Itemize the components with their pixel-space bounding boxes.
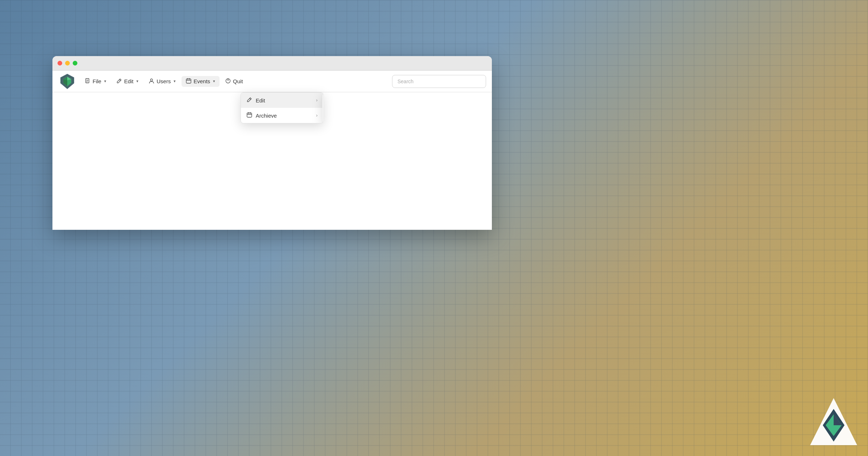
submenu-item-delete[interactable]: Delete	[323, 108, 324, 123]
dropdown-item-edit-left: Edit	[247, 97, 265, 104]
events-menu-label: Events	[193, 78, 210, 84]
events-chevron-icon: ▾	[213, 79, 215, 84]
users-chevron-icon: ▾	[174, 79, 176, 84]
dropdown-archieve-label: Archieve	[256, 113, 277, 119]
svg-line-11	[119, 80, 120, 81]
dropdown-edit-arrow: ›	[316, 98, 318, 103]
dropdown-edit-icon	[247, 97, 252, 104]
menubar: File ▾ Edit ▾ Users ▾	[52, 71, 492, 92]
dropdown-item-archieve[interactable]: Archieve ›	[241, 108, 323, 123]
svg-rect-26	[247, 113, 252, 117]
search-wrapper	[392, 75, 486, 88]
edit-icon	[116, 78, 122, 85]
edit-chevron-icon: ▾	[136, 79, 139, 84]
menu-item-quit[interactable]: Quit	[221, 76, 247, 87]
file-icon	[85, 78, 90, 85]
edit-menu-label: Edit	[124, 78, 133, 84]
events-icon	[186, 78, 191, 85]
file-menu-label: File	[93, 78, 101, 84]
dropdown-archieve-arrow: ›	[316, 113, 318, 118]
menu-item-edit[interactable]: Edit ▾	[112, 76, 143, 87]
maximize-button[interactable]	[73, 61, 77, 66]
menu-item-file[interactable]: File ▾	[81, 76, 111, 87]
file-chevron-icon: ▾	[104, 79, 106, 84]
menu-item-events[interactable]: Events ▾	[182, 76, 220, 87]
dropdown-archieve-icon	[247, 112, 252, 119]
minimize-button[interactable]	[65, 61, 70, 66]
users-menu-label: Users	[157, 78, 171, 84]
users-icon	[149, 78, 154, 85]
app-window: File ▾ Edit ▾ Users ▾	[52, 56, 492, 230]
submenu-item-save[interactable]: Save	[323, 93, 324, 108]
quit-icon	[225, 78, 231, 85]
close-button[interactable]	[58, 61, 62, 66]
events-dropdown: Edit ›	[241, 92, 324, 123]
quit-label: Quit	[233, 78, 243, 84]
search-input[interactable]	[392, 75, 486, 88]
vue-logo-container	[810, 398, 857, 445]
svg-point-12	[150, 79, 153, 81]
titlebar	[52, 56, 492, 71]
dropdown-edit-label: Edit	[256, 97, 265, 104]
menu-item-users[interactable]: Users ▾	[144, 76, 180, 87]
vue-logo	[810, 398, 857, 445]
dropdown-item-archieve-left: Archieve	[247, 112, 277, 119]
dropdown-item-edit[interactable]: Edit ›	[241, 93, 323, 108]
edit-submenu: Save Delete	[322, 93, 324, 123]
app-logo	[58, 72, 76, 90]
svg-rect-13	[186, 79, 191, 83]
